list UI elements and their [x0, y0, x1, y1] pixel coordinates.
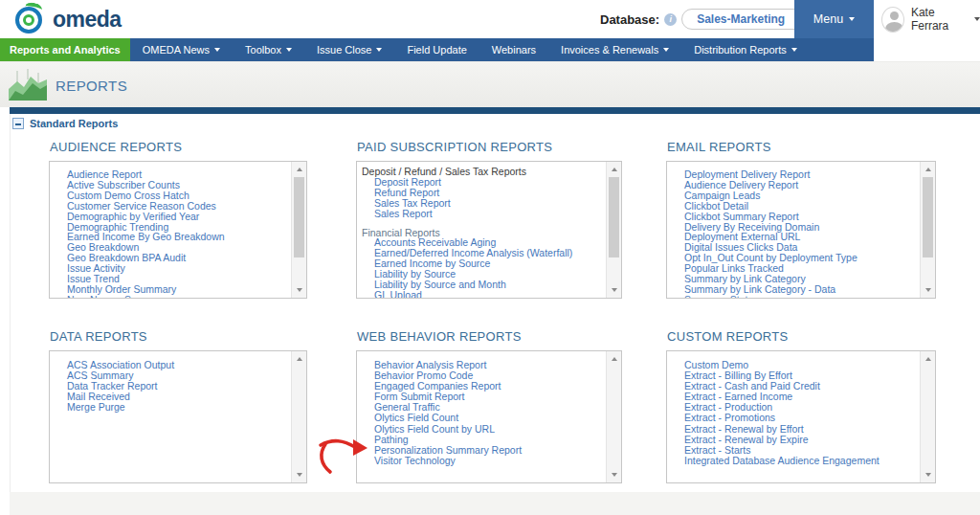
- nav-item-label: Distribution Reports: [694, 44, 787, 56]
- nav-item-omeda-news[interactable]: OMEDA News: [130, 38, 233, 61]
- scrollbar-thumb[interactable]: [609, 177, 619, 258]
- omeda-logo[interactable]: omeda: [13, 3, 122, 35]
- report-link-extract-renewal-by-effort[interactable]: Extract - Renewal by Effort: [684, 424, 916, 435]
- chevron-down-icon: [663, 48, 669, 52]
- report-list: Behavior Analysis ReportBehavior Promo C…: [356, 350, 622, 483]
- report-link-merge-purge[interactable]: Merge Purge: [67, 402, 287, 413]
- report-link-customer-service-reason-codes[interactable]: Customer Service Reason Codes: [67, 201, 287, 212]
- report-link-olytics-field-count-by-url[interactable]: Olytics Field Count by URL: [374, 424, 602, 435]
- scroll-up-arrow-icon[interactable]: [607, 163, 621, 176]
- nav-items: Reports and AnalyticsOMEDA NewsToolboxIs…: [0, 38, 810, 61]
- collapse-minus-icon[interactable]: [12, 118, 24, 129]
- nav-item-issue-close[interactable]: Issue Close: [304, 38, 394, 61]
- nav-item-label: Webinars: [492, 44, 536, 56]
- nav-item-webinars[interactable]: Webinars: [479, 38, 548, 61]
- panel-data-reports: DATA REPORTSACS Association OutputACS Su…: [49, 329, 307, 483]
- app-header: omeda Database: Menu Kate Ferrara: [0, 0, 980, 38]
- scroll-down-arrow-icon[interactable]: [921, 283, 935, 297]
- chevron-down-icon: [376, 48, 382, 52]
- page-title: REPORTS: [56, 78, 127, 94]
- scroll-up-arrow-icon[interactable]: [292, 163, 306, 176]
- report-link-visitor-technology[interactable]: Visitor Technology: [374, 456, 602, 466]
- nav-item-label: Invoices & Renewals: [561, 44, 658, 56]
- report-link-clickbot-detail[interactable]: Clickbot Detail: [684, 201, 916, 212]
- logo-inner-ring-icon: [23, 14, 34, 26]
- scroll-up-arrow-icon[interactable]: [921, 352, 935, 366]
- report-link-summary-stats[interactable]: Summary Stats: [684, 295, 916, 299]
- scrollbar[interactable]: [291, 162, 306, 298]
- scrollbar[interactable]: [606, 162, 621, 298]
- report-list: Deployment Delivery ReportAudience Deliv…: [666, 161, 936, 299]
- panel-paid-subscription-reports: PAID SUBSCRIPTION REPORTSDeposit / Refun…: [356, 140, 622, 299]
- database-label: Database:: [600, 12, 659, 27]
- menu-label: Menu: [813, 12, 843, 26]
- panel-title: CUSTOM REPORTS: [667, 329, 936, 344]
- standard-reports-section-header: Standard Reports: [12, 118, 118, 129]
- scrollbar[interactable]: [920, 351, 935, 482]
- scrollbar[interactable]: [920, 162, 935, 298]
- omeda-logo-icon: [13, 3, 46, 35]
- panel-web-behavior-reports: WEB BEHAVIOR REPORTSBehavior Analysis Re…: [356, 329, 622, 483]
- scroll-down-arrow-icon[interactable]: [921, 468, 935, 481]
- divider-bar: [10, 107, 980, 114]
- page-header-bar: REPORTS: [0, 61, 980, 107]
- chevron-down-icon: [974, 17, 980, 21]
- footer-strip: [10, 492, 980, 515]
- main-navbar: Reports and AnalyticsOMEDA NewsToolboxIs…: [0, 38, 874, 61]
- nav-item-label: Field Update: [407, 44, 466, 56]
- scrollbar[interactable]: [606, 351, 621, 482]
- scroll-down-arrow-icon[interactable]: [292, 468, 306, 481]
- nav-item-field-update[interactable]: Field Update: [394, 38, 479, 61]
- panel-audience-reports: AUDIENCE REPORTSAudience ReportActive Su…: [49, 140, 307, 299]
- report-link-gl-upload[interactable]: GL Upload: [374, 290, 602, 299]
- menu-button[interactable]: Menu: [794, 0, 874, 38]
- panel-email-reports: EMAIL REPORTSDeployment Delivery ReportA…: [666, 140, 936, 299]
- avatar: [881, 7, 904, 33]
- database-selector-group: Database:: [600, 8, 818, 31]
- report-link-sales-report[interactable]: Sales Report: [374, 209, 602, 219]
- nav-item-reports-and-analytics[interactable]: Reports and Analytics: [0, 38, 130, 61]
- panel-custom-reports: CUSTOM REPORTSCustom DemoExtract - Billi…: [666, 329, 936, 483]
- reports-chart-icon: [8, 68, 48, 102]
- scroll-down-arrow-icon[interactable]: [607, 283, 621, 297]
- scroll-up-arrow-icon[interactable]: [607, 352, 621, 366]
- panel-title: DATA REPORTS: [50, 329, 307, 344]
- panel-title: EMAIL REPORTS: [667, 140, 936, 154]
- report-list: Deposit / Refund / Sales Tax ReportsDepo…: [356, 161, 622, 299]
- info-icon[interactable]: [664, 13, 677, 26]
- logo-text: omeda: [53, 7, 122, 33]
- report-list: Audience ReportActive Subscriber CountsC…: [49, 161, 307, 299]
- nav-item-toolbox[interactable]: Toolbox: [233, 38, 304, 61]
- report-link-new-names-source[interactable]: New Names Source: [67, 295, 287, 299]
- report-link-clickbot-summary-report[interactable]: Clickbot Summary Report: [684, 212, 916, 222]
- user-name: Kate Ferrara: [911, 6, 968, 33]
- report-link-integrated-database-audience-engagement[interactable]: Integrated Database Audience Engagement: [684, 456, 916, 466]
- report-link-olytics-field-count[interactable]: Olytics Field Count: [374, 413, 602, 423]
- chevron-down-icon: [214, 48, 220, 52]
- nav-item-distribution-reports[interactable]: Distribution Reports: [681, 38, 810, 61]
- scrollbar[interactable]: [291, 351, 306, 482]
- scroll-up-arrow-icon[interactable]: [921, 163, 935, 176]
- scrollbar-thumb[interactable]: [294, 177, 304, 258]
- report-link-extract-promotions[interactable]: Extract - Promotions: [684, 413, 916, 423]
- panel-title: AUDIENCE REPORTS: [50, 140, 307, 154]
- nav-item-label: Issue Close: [317, 44, 371, 56]
- report-list: Custom DemoExtract - Billing By EffortEx…: [666, 350, 936, 483]
- chevron-down-icon: [791, 48, 797, 52]
- chevron-down-icon: [849, 17, 855, 21]
- chevron-down-icon: [286, 48, 292, 52]
- report-link-demographic-by-verified-year[interactable]: Demographic by Verified Year: [67, 212, 287, 222]
- report-link-sales-tax-report[interactable]: Sales Tax Report: [374, 198, 602, 209]
- panel-title: WEB BEHAVIOR REPORTS: [357, 329, 622, 344]
- nav-item-invoices-renewals[interactable]: Invoices & Renewals: [548, 38, 681, 61]
- scrollbar-thumb[interactable]: [923, 177, 933, 258]
- nav-item-label: Reports and Analytics: [10, 44, 121, 56]
- content-left-edge: [10, 114, 11, 515]
- scroll-down-arrow-icon[interactable]: [292, 283, 306, 297]
- nav-item-label: Toolbox: [245, 44, 281, 56]
- section-label: Standard Reports: [30, 118, 118, 129]
- scroll-up-arrow-icon[interactable]: [292, 352, 306, 366]
- report-list: ACS Association OutputACS SummaryData Tr…: [49, 350, 307, 483]
- scroll-down-arrow-icon[interactable]: [607, 468, 621, 481]
- user-menu[interactable]: Kate Ferrara: [874, 0, 980, 38]
